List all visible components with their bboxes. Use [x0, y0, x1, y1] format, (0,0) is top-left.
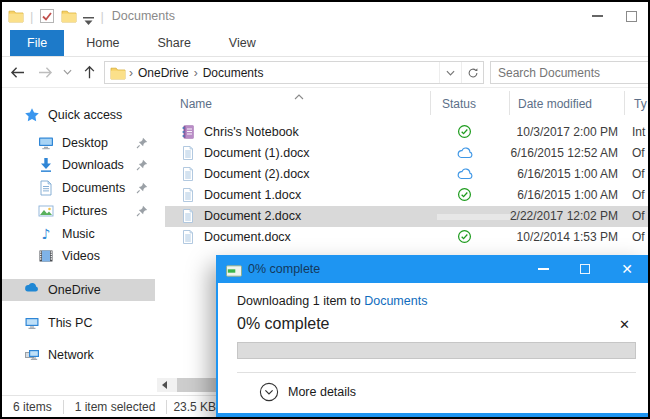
tab-home[interactable]: Home	[70, 30, 135, 56]
dialog-title-bar[interactable]: 0% complete ✕	[218, 255, 648, 283]
document-icon	[38, 180, 54, 196]
dialog-title: 0% complete	[248, 262, 320, 276]
forward-button[interactable]	[32, 66, 58, 79]
folder-icon[interactable]	[8, 8, 24, 24]
column-divider[interactable]	[430, 91, 431, 115]
recent-locations-chevron-icon[interactable]	[58, 69, 76, 75]
ribbon-tab-bar: File Home Share View	[2, 30, 648, 57]
maximize-button[interactable]	[614, 2, 648, 30]
title-bar: | | Documents	[2, 2, 648, 30]
sidebar-item-quick-access[interactable]: Quick access	[2, 104, 155, 126]
navigation-pane: Quick access Desktop Downloads Docume	[2, 88, 155, 395]
file-row[interactable]: Document (1).docx 6/16/2015 12:52 AM Of	[165, 143, 648, 164]
column-divider[interactable]	[624, 91, 625, 115]
sidebar-item-this-pc[interactable]: This PC	[2, 312, 155, 334]
dialog-window-controls: ✕	[522, 255, 648, 283]
destination-link[interactable]: Documents	[364, 294, 427, 308]
tab-file[interactable]: File	[10, 30, 64, 56]
explorer-window: | | Documents File Home Share View	[0, 0, 650, 419]
selection-count: 1 item selected	[64, 400, 167, 414]
file-date-modified: 6/16/2015 1:00 AM	[517, 188, 618, 202]
breadcrumb-separator: ›	[194, 66, 198, 80]
sidebar-item-desktop[interactable]: Desktop	[2, 132, 155, 154]
sidebar-item-label: This PC	[48, 316, 92, 330]
tab-share[interactable]: Share	[142, 30, 207, 56]
sync-status-synced-icon	[457, 187, 472, 206]
column-divider[interactable]	[509, 91, 510, 115]
address-dropdown-chevron-icon[interactable]	[439, 62, 461, 83]
dialog-footer: More details	[237, 372, 636, 410]
more-details-label[interactable]: More details	[288, 385, 356, 399]
column-header-name[interactable]: Name	[180, 97, 212, 111]
file-row[interactable]: Chris's Notebook 10/3/2017 2:00 PM Int	[165, 122, 648, 143]
minimize-button[interactable]	[580, 2, 614, 30]
sidebar-item-onedrive[interactable]: OneDrive	[2, 279, 155, 301]
refresh-icon[interactable]	[461, 62, 483, 83]
back-button[interactable]	[2, 66, 32, 79]
sort-ascending-icon	[294, 89, 304, 103]
navigation-bar: › OneDrive › Documents	[2, 57, 648, 88]
sidebar-item-network[interactable]: Network	[2, 344, 155, 366]
file-name: Document (1).docx	[204, 146, 310, 160]
sidebar-item-label: Videos	[62, 249, 100, 263]
breadcrumb-documents[interactable]: Documents	[203, 66, 264, 80]
star-icon	[24, 107, 40, 123]
properties-icon[interactable]	[39, 8, 55, 24]
search-input[interactable]	[490, 61, 650, 84]
file-type: Of	[632, 230, 645, 244]
sidebar-item-music[interactable]: ♪ Music	[2, 223, 155, 245]
sidebar-item-documents[interactable]: Documents	[2, 177, 155, 199]
up-button[interactable]	[76, 65, 102, 79]
sidebar-item-downloads[interactable]: Downloads	[2, 154, 155, 176]
column-header-status[interactable]: Status	[442, 97, 476, 111]
items-count: 6 items	[2, 400, 63, 414]
dialog-maximize-button[interactable]	[564, 255, 606, 283]
address-bar[interactable]: › OneDrive › Documents	[104, 61, 484, 84]
pin-icon	[136, 205, 148, 217]
sidebar-item-label: Pictures	[62, 204, 107, 218]
file-row-selected[interactable]: Document 2.docx 2/22/2017 12:02 PM Of	[165, 206, 648, 227]
horizontal-scrollbar[interactable]	[157, 378, 219, 392]
cloud-icon	[24, 282, 40, 298]
sync-status-synced-icon	[457, 229, 472, 248]
sidebar-item-videos[interactable]: Videos	[2, 245, 155, 267]
file-rows: Chris's Notebook 10/3/2017 2:00 PM Int D…	[157, 122, 648, 248]
file-row[interactable]: Document.docx 10/2/2014 1:53 PM Of	[165, 227, 648, 248]
column-header-date-modified[interactable]: Date modified	[518, 97, 592, 111]
quick-access-toolbar: | |	[8, 8, 104, 24]
word-file-icon	[180, 229, 196, 245]
new-folder-icon[interactable]	[61, 8, 77, 24]
scrollbar-thumb[interactable]	[177, 378, 218, 392]
column-header-type[interactable]: Ty	[634, 97, 647, 111]
toolbar-divider: |	[100, 10, 103, 23]
file-date-modified: 10/3/2017 2:00 PM	[517, 125, 618, 139]
download-arrow-icon	[38, 157, 54, 173]
dialog-minimize-button[interactable]	[522, 255, 564, 283]
cancel-download-icon[interactable]: ✕	[619, 317, 630, 332]
word-file-icon	[180, 187, 196, 203]
maximize-icon	[626, 11, 637, 22]
sidebar-item-pictures[interactable]: Pictures	[2, 200, 155, 222]
file-row[interactable]: Document (2).docx 6/16/2015 1:00 AM Of	[165, 164, 648, 185]
maximize-icon	[580, 264, 590, 274]
file-name: Chris's Notebook	[204, 125, 299, 139]
sidebar-item-label: Desktop	[62, 136, 108, 150]
download-progress-bar	[237, 342, 636, 359]
customize-toolbar-icon[interactable]	[83, 12, 94, 21]
file-type: Of	[632, 146, 645, 160]
window-title: Documents	[112, 9, 175, 23]
breadcrumb-onedrive[interactable]: OneDrive	[138, 66, 189, 80]
scroll-left-arrow-icon[interactable]	[157, 378, 172, 392]
more-details-chevron-icon[interactable]	[259, 382, 279, 402]
sidebar-item-label: Documents	[62, 181, 125, 195]
dialog-body: Downloading 1 item to Documents 0% compl…	[218, 283, 648, 410]
dialog-close-button[interactable]: ✕	[606, 255, 648, 283]
tab-view[interactable]: View	[213, 30, 272, 56]
file-row[interactable]: Document 1.docx 6/16/2015 1:00 AM Of	[165, 185, 648, 206]
sidebar-item-label: Downloads	[62, 158, 124, 172]
file-type: Of	[632, 167, 645, 181]
folder-icon	[110, 65, 126, 81]
word-file-icon	[180, 145, 196, 161]
file-date-modified: 6/16/2015 1:00 AM	[517, 167, 618, 181]
pin-icon	[136, 159, 148, 171]
